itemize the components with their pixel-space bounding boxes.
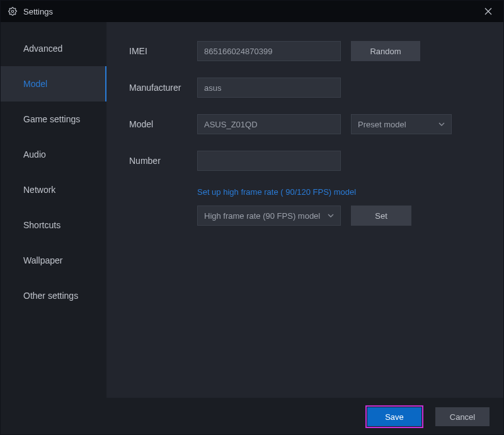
sidebar-item-label: Game settings [23, 114, 80, 124]
sidebar-item-model[interactable]: Model [1, 66, 106, 102]
sidebar-item-label: Wallpaper [23, 255, 63, 265]
gear-icon [8, 7, 17, 16]
manufacturer-label: Manufacturer [129, 83, 197, 93]
sidebar-item-network[interactable]: Network [1, 172, 106, 207]
imei-input[interactable] [197, 41, 341, 61]
content-pane: IMEI Random Manufacturer Model Preset mo… [106, 22, 503, 398]
number-label: Number [129, 156, 197, 166]
sidebar-item-audio[interactable]: Audio [1, 137, 106, 172]
frame-rate-value: High frame rate (90 FPS) model [204, 211, 320, 221]
footer: Save Cancel [1, 398, 503, 435]
sidebar-item-label: Model [23, 79, 47, 89]
sidebar-item-shortcuts[interactable]: Shortcuts [1, 207, 106, 243]
sidebar-item-label: Network [23, 185, 55, 195]
sidebar: Advanced Model Game settings Audio Netwo… [1, 22, 106, 398]
cancel-button[interactable]: Cancel [435, 407, 490, 426]
close-icon [484, 8, 492, 15]
sidebar-item-label: Advanced [23, 44, 62, 54]
number-input[interactable] [197, 151, 341, 171]
sidebar-item-other-settings[interactable]: Other settings [1, 278, 106, 313]
svg-point-0 [11, 10, 14, 13]
model-input[interactable] [197, 114, 341, 134]
random-button[interactable]: Random [351, 41, 420, 61]
set-button[interactable]: Set [351, 206, 411, 226]
window-title: Settings [23, 7, 53, 16]
manufacturer-input[interactable] [197, 78, 341, 98]
titlebar: Settings [1, 1, 503, 22]
frame-rate-select[interactable]: High frame rate (90 FPS) model [197, 206, 341, 226]
sidebar-item-label: Other settings [23, 291, 78, 301]
sidebar-item-wallpaper[interactable]: Wallpaper [1, 243, 106, 278]
close-button[interactable] [478, 3, 498, 20]
imei-label: IMEI [129, 46, 197, 56]
sidebar-item-label: Shortcuts [23, 220, 60, 230]
chevron-down-icon [328, 214, 334, 218]
sidebar-item-advanced[interactable]: Advanced [1, 31, 106, 66]
model-label: Model [129, 119, 197, 129]
preset-model-value: Preset model [358, 120, 406, 129]
save-button[interactable]: Save [367, 407, 421, 426]
preset-model-select[interactable]: Preset model [351, 114, 452, 134]
sidebar-item-game-settings[interactable]: Game settings [1, 102, 106, 137]
chevron-down-icon [438, 122, 445, 126]
sidebar-item-label: Audio [23, 149, 46, 160]
high-frame-rate-link[interactable]: Set up high frame rate ( 90/120 FPS) mod… [197, 187, 481, 197]
